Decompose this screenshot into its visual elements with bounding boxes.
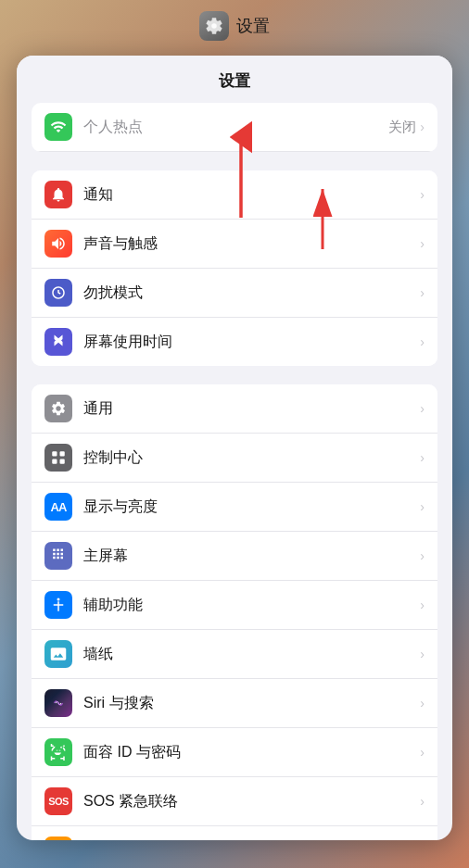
screen-time-label: 屏幕使用时间	[83, 333, 420, 352]
home-screen-label: 主屏幕	[83, 547, 420, 566]
face-id-item[interactable]: 面容 ID 与密码 ›	[32, 728, 437, 777]
accessibility-label: 辅助功能	[83, 596, 420, 615]
svg-point-7	[57, 598, 60, 601]
face-id-icon	[44, 738, 72, 766]
accessibility-chevron: ›	[420, 598, 425, 612]
home-screen-chevron: ›	[420, 548, 425, 563]
face-id-label: 面容 ID 与密码	[83, 743, 420, 762]
svg-rect-3	[52, 451, 57, 456]
notifications-label: 通知	[83, 185, 420, 205]
hotspot-value: 关闭	[388, 119, 416, 136]
hotspot-icon	[44, 113, 72, 141]
sheet-container: 设置 个人热点 关闭 ›	[17, 56, 452, 840]
svg-rect-4	[60, 451, 65, 456]
focus-item[interactable]: 勿扰模式 ›	[32, 269, 437, 318]
screen-time-chevron: ›	[420, 334, 425, 349]
accessibility-icon	[44, 591, 72, 619]
notifications-group: 通知 › 声音与触感 › 勿扰模式 ›	[32, 170, 437, 366]
sound-label: 声音与触感	[83, 234, 420, 254]
wallpaper-chevron: ›	[420, 647, 425, 661]
control-center-item[interactable]: 控制中心 ›	[32, 434, 437, 483]
control-center-chevron: ›	[420, 450, 425, 465]
focus-icon	[44, 279, 72, 307]
wallpaper-item[interactable]: 墙纸 ›	[32, 630, 437, 679]
exposure-item[interactable]: 暴露通知 ›	[32, 826, 437, 840]
siri-label: Siri 与搜索	[83, 694, 420, 713]
notifications-chevron: ›	[420, 187, 425, 202]
sos-chevron: ›	[420, 794, 425, 809]
display-chevron: ›	[420, 499, 425, 514]
home-screen-icon	[44, 542, 72, 570]
display-item[interactable]: AA 显示与亮度 ›	[32, 483, 437, 532]
notifications-item[interactable]: 通知 ›	[32, 170, 437, 220]
sos-item[interactable]: SOS SOS 紧急联络 ›	[32, 777, 437, 826]
wallpaper-icon	[44, 640, 72, 668]
general-label: 通用	[83, 399, 420, 419]
general-icon	[44, 395, 72, 422]
wallpaper-label: 墙纸	[83, 645, 420, 664]
sos-icon: SOS	[44, 787, 72, 815]
screen-time-item[interactable]: 屏幕使用时间 ›	[32, 318, 437, 366]
focus-chevron: ›	[420, 285, 425, 300]
hotspot-chevron: ›	[420, 120, 425, 134]
sound-icon	[44, 230, 72, 258]
sheet-title: 设置	[17, 56, 452, 103]
screen-time-icon	[44, 328, 72, 356]
display-label: 显示与亮度	[83, 497, 420, 517]
control-center-icon	[44, 444, 72, 472]
sound-item[interactable]: 声音与触感 ›	[32, 220, 437, 269]
general-group: 通用 › 控制中心 › AA 显示与亮度 ›	[32, 384, 437, 840]
siri-item[interactable]: Siri 与搜索 ›	[32, 679, 437, 728]
hotspot-item[interactable]: 个人热点 关闭 ›	[32, 103, 437, 152]
status-bar	[0, 0, 469, 41]
control-center-label: 控制中心	[83, 448, 420, 468]
settings-list: 个人热点 关闭 ›	[17, 103, 452, 840]
sound-chevron: ›	[420, 236, 425, 251]
hotspot-group: 个人热点 关闭 ›	[32, 103, 437, 152]
siri-icon	[44, 689, 72, 717]
face-id-chevron: ›	[420, 745, 425, 760]
svg-rect-6	[60, 459, 65, 464]
notifications-icon	[44, 181, 72, 208]
focus-label: 勿扰模式	[83, 283, 420, 303]
general-chevron: ›	[420, 401, 425, 416]
accessibility-item[interactable]: 辅助功能 ›	[32, 581, 437, 630]
exposure-icon	[44, 837, 72, 840]
general-item[interactable]: 通用 ›	[32, 384, 437, 434]
home-screen-item[interactable]: 主屏幕 ›	[32, 532, 437, 581]
svg-rect-5	[52, 459, 57, 464]
display-icon: AA	[44, 493, 72, 521]
sos-label: SOS 紧急联络	[83, 792, 420, 811]
siri-chevron: ›	[420, 696, 425, 711]
hotspot-label: 个人热点	[83, 118, 388, 137]
